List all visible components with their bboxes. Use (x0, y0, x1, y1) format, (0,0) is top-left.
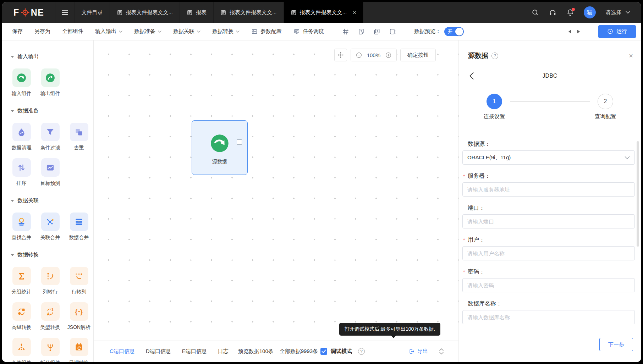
add-page-icon[interactable] (358, 28, 365, 35)
port-info-tab-3[interactable]: E端口信息 (182, 348, 207, 355)
next-step-button[interactable]: 下一步 (599, 338, 633, 351)
component-item[interactable]: 数据清理 (7, 123, 36, 151)
input-output-dropdown[interactable]: 输入输出 (95, 28, 122, 35)
undo-arrow-icon[interactable] (568, 29, 571, 34)
data-relate-dropdown[interactable]: 数据关联 (173, 28, 200, 35)
debug-help-icon[interactable]: ? (358, 348, 365, 355)
form-field: *密码： (462, 268, 635, 292)
panel-help-icon[interactable]: ? (491, 53, 498, 59)
panel-scrollbar[interactable] (637, 141, 639, 247)
redo-arrow-icon[interactable] (577, 29, 580, 34)
node-output-port[interactable] (237, 139, 242, 145)
predict-icon (41, 158, 60, 177)
save-as-button[interactable]: 另存为 (34, 28, 50, 35)
row-to-col-icon (70, 267, 88, 285)
debug-mode-checkbox[interactable] (320, 348, 327, 355)
topbar-tab-4[interactable]: 报表文件报表文文... (214, 2, 284, 23)
field-input-wrap (462, 246, 635, 260)
component-item[interactable]: 拆分组件 (36, 338, 65, 362)
run-button[interactable]: 运行 (598, 25, 636, 38)
component-item[interactable]: 分组统计 (7, 267, 36, 295)
step-query[interactable]: 2 查询配置 (590, 94, 621, 120)
filter-icon (41, 123, 60, 141)
component-item[interactable]: 输入组件 (7, 68, 36, 97)
topbar: F NE 文件目录报表文件报表文文...报表报表文件报表文文...报表文件报表文… (2, 2, 641, 23)
grid-toggle-icon[interactable] (342, 28, 349, 35)
hamburger-menu-button[interactable] (55, 2, 75, 23)
advanced-transform-icon (12, 302, 31, 321)
field-input[interactable] (467, 282, 630, 288)
pan-tool-button[interactable] (334, 49, 347, 61)
search-icon[interactable] (531, 9, 539, 16)
topbar-tab-5[interactable]: 报表文件报表文文...× (284, 2, 363, 23)
sidebar-group-title[interactable]: 数据关联 (11, 197, 93, 204)
component-item[interactable]: 列转行 (36, 267, 65, 295)
headset-icon[interactable] (549, 9, 557, 17)
zoom-in-icon[interactable] (385, 52, 392, 59)
dropdown-label: 数据关联 (173, 28, 194, 35)
component-item[interactable]: A1类型转换 (36, 302, 65, 331)
field-input[interactable] (467, 314, 630, 320)
component-item[interactable]: 目标预测 (36, 158, 65, 187)
panel-resize-control[interactable] (439, 348, 444, 354)
zoom-level: 100% (367, 52, 380, 58)
notification-bell-icon[interactable] (566, 9, 574, 16)
caret-down-icon (11, 254, 14, 256)
zoom-out-icon[interactable] (356, 52, 362, 59)
datasource-select[interactable]: ORACLE(9i、11g) (462, 150, 635, 165)
task-schedule-button[interactable]: 任务调度 (293, 28, 324, 35)
port-info-tab-4[interactable]: 日志 (218, 348, 229, 355)
component-label: 高级转换 (12, 324, 32, 331)
component-item[interactable]: 查找合并 (7, 213, 36, 241)
close-icon[interactable]: × (629, 52, 633, 59)
port-info-tab-1[interactable]: C端口信息 (110, 348, 135, 355)
bottombar-right: 导出 (409, 348, 444, 355)
param-config-button[interactable]: 参数配置 (251, 28, 282, 35)
source-data-node[interactable]: 源数据 (192, 120, 248, 175)
sidebar-group-title[interactable]: 输入输出 (11, 53, 93, 60)
app-window: F NE 文件目录报表文件报表文文...报表报表文件报表文文...报表文件报表文… (2, 2, 641, 362)
data-transform-dropdown[interactable]: 数据转换 (212, 28, 240, 35)
port-info-tab-2[interactable]: D端口信息 (146, 348, 171, 355)
component-item[interactable]: {}JSON解析 (65, 302, 93, 331)
duplicate-icon[interactable] (373, 28, 380, 35)
flow-canvas[interactable]: 100% 确定按钮 源数据 (94, 40, 458, 341)
selection-box-icon[interactable] (389, 28, 396, 35)
user-select-dropdown[interactable]: 请选择 (605, 9, 630, 16)
data-preview-group: 数据预览： 开 (414, 27, 464, 36)
export-icon (409, 348, 415, 354)
component-item[interactable]: 合并组件 (7, 338, 36, 362)
chevron-down-icon (626, 11, 630, 14)
field-input[interactable] (467, 187, 630, 193)
step-connection[interactable]: 1 连接设置 (479, 94, 510, 120)
datasource-type-title: JDBC (459, 73, 641, 79)
component-item[interactable]: 数据合并 (65, 213, 93, 241)
component-item[interactable]: 日期转换 (65, 338, 93, 362)
field-input[interactable] (467, 250, 630, 257)
component-item[interactable]: 关联合并 (36, 213, 65, 241)
component-item[interactable]: 排序 (7, 158, 36, 187)
avatar[interactable]: 猫 (584, 6, 596, 18)
step-number: 1 (487, 94, 502, 109)
data-preview-toggle[interactable]: 开 (444, 27, 464, 36)
run-label: 运行 (616, 28, 627, 35)
save-button[interactable]: 保存 (12, 28, 23, 35)
split-component-icon (41, 338, 60, 356)
export-button[interactable]: 导出 (409, 348, 428, 355)
close-icon[interactable]: × (353, 10, 356, 16)
field-input[interactable] (467, 219, 630, 225)
logo-text-right: NE (31, 7, 44, 18)
confirm-button[interactable]: 确定按钮 (400, 49, 436, 61)
component-item[interactable]: 输出组件 (36, 68, 65, 97)
topbar-tab-1[interactable]: 文件目录 (75, 2, 110, 23)
all-components-button[interactable]: 全部组件 (62, 28, 83, 35)
component-item[interactable]: 条件过滤 (36, 123, 65, 151)
component-item[interactable]: 高级转换 (7, 302, 36, 331)
topbar-tab-2[interactable]: 报表文件报表文文... (110, 2, 180, 23)
component-item[interactable]: 去重 (65, 123, 93, 151)
component-item[interactable]: 行转列 (65, 267, 93, 295)
topbar-tab-3[interactable]: 报表 (180, 2, 214, 23)
sidebar-group-title[interactable]: 数据准备 (11, 107, 93, 114)
sidebar-group-title[interactable]: 数据转换 (11, 252, 93, 258)
data-prepare-dropdown[interactable]: 数据准备 (134, 28, 161, 35)
